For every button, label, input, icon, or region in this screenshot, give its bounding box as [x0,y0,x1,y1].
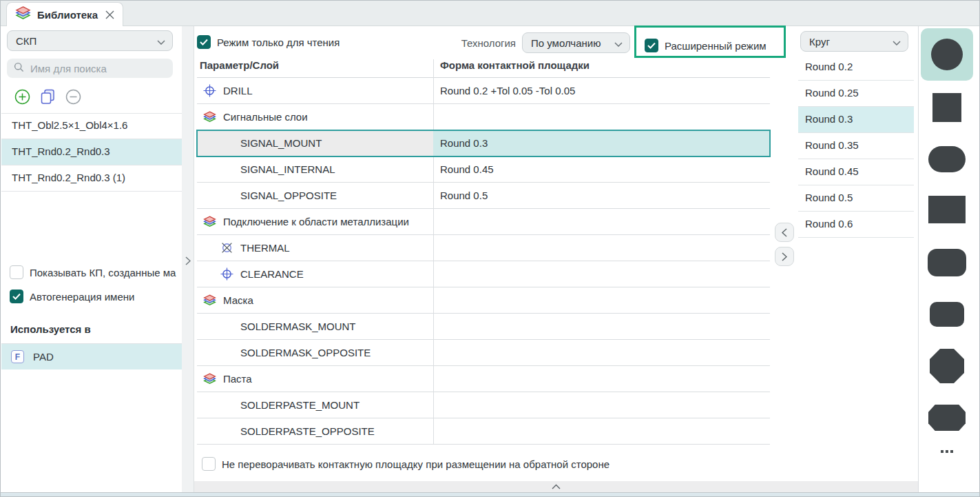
row-label: SIGNAL_OPPOSITE [240,190,337,201]
checkbox-label: Автогенерация имени [30,291,134,303]
remove-button[interactable] [65,88,81,105]
no-flip-checkbox[interactable]: Не переворачивать контактную площадку пр… [202,457,609,471]
row-label: THERMAL [240,242,290,254]
readonly-mode-checkbox[interactable]: Режим только для чтения [197,35,340,49]
table-row[interactable]: DRILLRound 0.2 +Tol 0.05 -Tol 0.05 [197,78,770,104]
table-row[interactable]: Сигнальные слои [197,104,770,130]
shape-variant-item[interactable]: Round 0.45 [798,159,914,185]
chevron-down-icon [157,35,165,47]
checkbox-box[interactable] [202,457,216,471]
checkbox-box[interactable] [645,39,658,52]
used-in-label: PAD [33,351,54,363]
row-label: SOLDERMASK_OPPOSITE [240,347,371,358]
pad-parameters-table: Параметр/Слой Форма контактной площадки … [197,59,770,445]
table-row[interactable]: Подключение к области металлизации [197,209,770,235]
column-divider [433,59,434,445]
shape-type-select[interactable]: Круг [800,31,908,52]
table-row[interactable]: SIGNAL_INTERNALRound 0.45 [197,156,770,183]
shape-variant-item[interactable]: Round 0.3 [798,107,914,133]
drill-icon [220,267,233,281]
layers-icon [15,6,31,23]
oblong-icon [928,146,966,172]
row-label: CLEARANCE [240,268,304,280]
technology-value: По умолчанию [531,37,601,49]
checkbox-box[interactable] [10,290,23,303]
shape-variant-item[interactable]: Round 0.5 [798,185,914,212]
shape-variant-item[interactable]: Round 0.25 [798,81,914,107]
table-row[interactable]: Маска [197,287,770,314]
add-button[interactable] [14,88,30,105]
checkbox-label: Показывать КП, созданные ма [30,267,176,278]
library-actions [14,88,81,105]
row-shape-value: Round 0.5 [433,183,770,208]
chevron-left-icon [782,228,787,237]
layers-icon [202,294,216,307]
shape-chamfered-rectangle[interactable] [921,392,973,444]
tab-library[interactable]: Библиотека [6,2,123,26]
row-label: Маска [223,294,253,306]
close-icon[interactable] [105,10,114,19]
octagon-icon [930,349,964,383]
more-options-icon[interactable] [919,450,975,453]
assign-left-button[interactable] [775,223,794,242]
shape-oblong[interactable] [921,133,973,185]
square-icon [932,93,961,122]
table-row[interactable]: SOLDERMASK_OPPOSITE [197,340,770,366]
table-row[interactable]: SOLDERMASK_MOUNT [197,314,770,340]
shape-rectangle[interactable] [921,183,973,236]
search-placeholder: Имя для поиска [30,63,107,74]
sidebar-splitter[interactable] [182,26,194,492]
library-type-select[interactable]: СКП [7,30,173,51]
copy-button[interactable] [39,88,56,105]
table-row[interactable]: THERMAL [197,235,770,261]
table-row[interactable]: SIGNAL_OPPOSITERound 0.5 [197,183,770,209]
chevron-right-icon [782,252,787,261]
search-input[interactable]: Имя для поиска [7,59,173,78]
library-sidebar: СКП Имя для поиска THT_Obl2.5×1_Obl4×1.6… [1,26,182,492]
technology-select[interactable]: По умолчанию [522,32,630,53]
shape-variant-item[interactable]: Round 0.2 [798,54,914,81]
shape-variant-item[interactable]: Round 0.6 [798,212,914,238]
table-row[interactable]: CLEARANCE [197,261,770,287]
search-icon [14,62,24,74]
table-row[interactable]: Паста [197,366,770,392]
rounded-rectangle-large-icon [928,249,966,276]
shape-rounded-rectangle-large[interactable] [921,236,973,289]
row-label: Сигнальные слои [223,111,308,123]
library-list-item[interactable]: THT_Rnd0.2_Rnd0.3 (1) [1,165,182,192]
checkbox-label: Режим только для чтения [217,37,340,48]
expand-panel-bar[interactable] [194,481,918,492]
row-label: SIGNAL_INTERNAL [240,163,335,175]
advanced-mode-checkbox[interactable]: Расширенный режим [645,39,767,52]
autogenerate-name-checkbox[interactable]: Автогенерация имени [10,290,182,303]
shape-variant-list: Round 0.2Round 0.25Round 0.3Round 0.35Ro… [798,54,914,238]
shape-octagon[interactable] [921,340,973,392]
assign-right-button[interactable] [775,247,794,266]
collapse-chevron-icon[interactable] [185,256,191,267]
table-row[interactable]: SIGNAL_MOUNTRound 0.3 [197,130,770,156]
used-in-item-pad[interactable]: F PAD [1,343,182,369]
shape-rounded-rectangle[interactable] [921,288,973,341]
shape-circle[interactable] [921,28,973,81]
shape-square[interactable] [921,81,973,134]
library-list-item[interactable]: THT_Obl2.5×1_Obl4×1.6 [1,113,182,139]
row-label: SOLDERPASTE_MOUNT [240,399,359,411]
library-type-value: СКП [16,35,37,47]
row-shape-value: Round 0.45 [433,156,770,182]
row-label: SOLDERMASK_MOUNT [240,321,356,332]
checkbox-box[interactable] [10,265,23,279]
row-shape-value [433,392,770,418]
checkbox-box[interactable] [197,35,211,49]
thermal-icon [220,241,233,254]
show-generated-pads-checkbox[interactable]: Показывать КП, созданные ма [10,265,182,279]
row-label: Паста [223,373,252,385]
table-row[interactable]: SOLDERPASTE_MOUNT [197,392,770,418]
checkbox-label: Не переворачивать контактную площадку пр… [222,458,609,470]
row-label: Подключение к области металлизации [223,216,409,227]
pad-library-list: THT_Obl2.5×1_Obl4×1.6THT_Rnd0.2_Rnd0.3TH… [1,113,182,192]
chamfered-rectangle-icon [928,405,966,431]
row-shape-value [433,287,770,313]
library-list-item[interactable]: THT_Rnd0.2_Rnd0.3 [1,139,182,165]
table-row[interactable]: SOLDERPASTE_OPPOSITE [197,418,770,445]
shape-variant-item[interactable]: Round 0.35 [798,133,914,159]
